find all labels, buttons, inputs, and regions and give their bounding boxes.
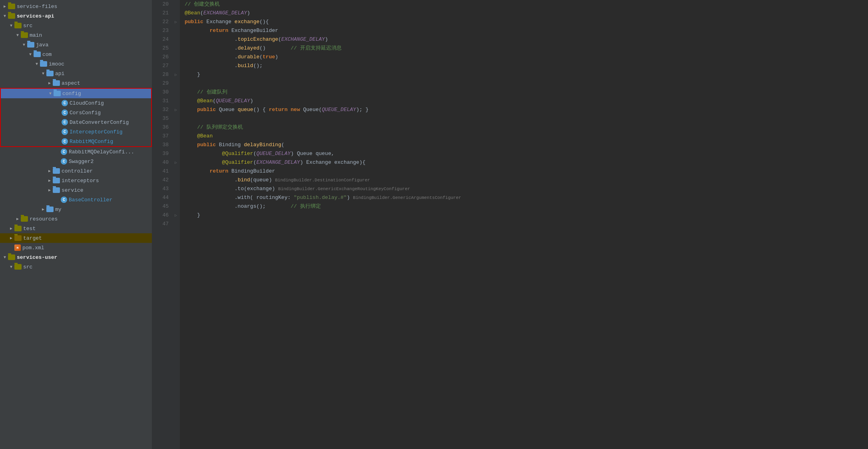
code-token: @Bean bbox=[185, 97, 213, 105]
sidebar-item-label: main bbox=[30, 32, 42, 38]
fold-icon[interactable]: ▷ bbox=[175, 107, 177, 112]
sidebar-item-resources[interactable]: ▶ resources bbox=[0, 214, 152, 224]
code-token: exchange bbox=[235, 18, 259, 26]
sidebar-item-label: services-user bbox=[17, 254, 57, 260]
code-token: ) bbox=[275, 53, 278, 62]
sidebar-item-label: CorsConfig bbox=[70, 110, 101, 116]
line-number: 32 bbox=[152, 105, 169, 114]
folder-icon bbox=[46, 71, 54, 76]
code-line: public Binding delayBinding( bbox=[185, 141, 868, 149]
folder-icon bbox=[8, 13, 15, 19]
gutter-cell bbox=[172, 97, 180, 105]
gutter-cell bbox=[172, 114, 180, 123]
code-token: ) bbox=[347, 193, 353, 202]
sidebar-item-test[interactable]: ▶ test bbox=[0, 224, 152, 233]
folder-icon bbox=[34, 52, 41, 57]
code-token: (queue) bbox=[250, 176, 275, 185]
line-number: 31 bbox=[152, 97, 169, 105]
code-lines[interactable]: // 创建交换机@Bean(EXCHANGE_DELAY)public Exch… bbox=[180, 0, 868, 449]
folder-icon bbox=[53, 187, 60, 193]
class-icon: C bbox=[62, 129, 68, 135]
line-number: 28 bbox=[152, 70, 169, 79]
sidebar-item-aspect[interactable]: ▶ aspect bbox=[0, 78, 152, 88]
gutter-cell bbox=[172, 167, 180, 176]
code-token: build bbox=[238, 62, 253, 70]
code-token: BindingBuilder bbox=[228, 167, 275, 176]
code-token: . bbox=[185, 176, 238, 185]
collapse-arrow: ▼ bbox=[40, 72, 46, 76]
gutter-cell bbox=[172, 26, 180, 35]
sidebar-item-label: aspect bbox=[62, 80, 80, 86]
sidebar-item-service[interactable]: ▶ service bbox=[0, 185, 152, 195]
collapse-arrow: ▶ bbox=[2, 4, 8, 9]
gutter-cell bbox=[172, 88, 180, 97]
code-token: @Qualifier bbox=[185, 158, 253, 167]
code-editor: 2021222324252627282930313235363738394041… bbox=[152, 0, 868, 449]
gutter-cell bbox=[172, 141, 180, 149]
code-token: BindingBuilder.GenericExchangeRoutingKey… bbox=[278, 185, 410, 193]
line-number: 39 bbox=[152, 149, 169, 158]
fold-icon[interactable]: ▷ bbox=[175, 72, 177, 77]
sidebar-item-cloud-config[interactable]: C CloudConfig bbox=[1, 98, 151, 108]
sidebar-item-java[interactable]: ▼ java bbox=[0, 40, 152, 50]
class-icon: C bbox=[62, 100, 68, 106]
sidebar-item-config[interactable]: ▼ config bbox=[1, 89, 151, 98]
code-token: ExchangeBuilder bbox=[228, 26, 278, 35]
class-icon: C bbox=[61, 158, 67, 165]
sidebar-item-target[interactable]: ▶ target bbox=[0, 233, 152, 243]
sidebar-item-com[interactable]: ▼ com bbox=[0, 50, 152, 59]
code-token: @Bean bbox=[185, 132, 213, 141]
fold-icon[interactable]: ▷ bbox=[175, 213, 177, 218]
sidebar-item-base-controller[interactable]: C BaseController bbox=[0, 195, 152, 205]
fold-icon[interactable]: ▷ bbox=[175, 160, 177, 165]
collapse-arrow: ▼ bbox=[8, 24, 14, 28]
sidebar-item-src2[interactable]: ▼ src bbox=[0, 262, 152, 272]
folder-icon bbox=[8, 254, 15, 260]
folder-icon bbox=[21, 32, 28, 38]
sidebar-item-src[interactable]: ▼ src bbox=[0, 21, 152, 30]
file-tree[interactable]: ▶ service-files ▼ services-api ▼ src ▼ m… bbox=[0, 0, 152, 449]
sidebar-item-api[interactable]: ▼ api bbox=[0, 69, 152, 78]
sidebar-item-my[interactable]: ▶ my bbox=[0, 205, 152, 214]
line-numbers: 2021222324252627282930313235363738394041… bbox=[152, 0, 172, 449]
code-token: ) Exchange exchange){ bbox=[300, 158, 366, 167]
code-line: @Bean(QUEUE_DELAY) bbox=[185, 97, 868, 105]
fold-icon[interactable]: ▷ bbox=[175, 20, 177, 24]
code-token: Binding bbox=[216, 141, 244, 149]
code-token: delayBinding bbox=[244, 141, 281, 149]
folder-icon bbox=[54, 91, 61, 96]
sidebar-item-imooc[interactable]: ▼ imooc bbox=[0, 59, 152, 69]
sidebar-item-pom-xml[interactable]: M pom.xml bbox=[0, 243, 152, 252]
line-number: 36 bbox=[152, 123, 169, 132]
code-line: public Exchange exchange(){ bbox=[185, 18, 868, 26]
sidebar-item-main[interactable]: ▼ main bbox=[0, 30, 152, 40]
code-line: .topicExchange(EXCHANGE_DELAY) bbox=[185, 35, 868, 44]
code-token: QUEUE_DELAY bbox=[216, 97, 250, 105]
collapse-arrow: ▼ bbox=[47, 91, 54, 96]
sidebar-item-services-api[interactable]: ▼ services-api bbox=[0, 11, 152, 21]
collapse-arrow: ▶ bbox=[46, 169, 53, 173]
code-line bbox=[185, 114, 868, 123]
code-token: ( bbox=[253, 149, 257, 158]
sidebar-item-rabbitmq-delay-config[interactable]: C RabbitMQDelayConfi... bbox=[0, 147, 152, 157]
gutter-cell: ▷ bbox=[172, 70, 180, 79]
sidebar-item-controller[interactable]: ▶ controller bbox=[0, 166, 152, 176]
sidebar-item-services-user[interactable]: ▼ services-user bbox=[0, 252, 152, 262]
sidebar-item-cors-config[interactable]: C CorsConfig bbox=[1, 108, 151, 117]
sidebar-item-label: DateConverterConfig bbox=[70, 119, 129, 125]
sidebar-item-service-files[interactable]: ▶ service-files bbox=[0, 2, 152, 11]
code-line: return ExchangeBuilder bbox=[185, 26, 868, 35]
sidebar-item-interceptor-config[interactable]: C InterceptorConfig bbox=[1, 127, 151, 137]
gutter-cell: ▷ bbox=[172, 158, 180, 167]
line-number: 22 bbox=[152, 18, 169, 26]
code-line: @Bean bbox=[185, 132, 868, 141]
code-token: durable bbox=[238, 53, 260, 62]
code-token: return bbox=[185, 26, 228, 35]
sidebar-item-rabbitmq-config[interactable]: C RabbitMQConfig bbox=[1, 137, 151, 146]
sidebar-item-interceptors[interactable]: ▶ interceptors bbox=[0, 176, 152, 185]
code-token: ) bbox=[250, 97, 253, 105]
sidebar-item-date-converter-config[interactable]: C DateConverterConfig bbox=[1, 117, 151, 127]
gutter-cell bbox=[172, 123, 180, 132]
sidebar-item-swagger2[interactable]: C Swagger2 bbox=[0, 157, 152, 166]
code-token: () bbox=[259, 44, 291, 53]
